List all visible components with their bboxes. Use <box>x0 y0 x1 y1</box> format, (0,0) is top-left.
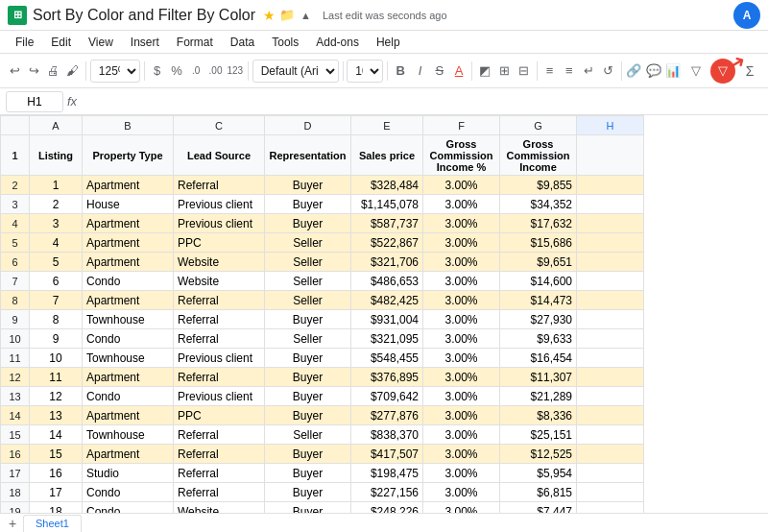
cell-lead-source[interactable]: Previous client <box>174 195 265 214</box>
cell-price[interactable]: $482,425 <box>351 291 423 310</box>
cell-price[interactable]: $548,455 <box>351 349 423 368</box>
cell-lead-source[interactable]: Referral <box>174 368 265 387</box>
cell-reference-input[interactable] <box>6 91 63 112</box>
cell-pct[interactable]: 3.00% <box>423 195 500 214</box>
cell-price[interactable]: $321,095 <box>351 329 423 349</box>
folder-icon[interactable]: 📁 <box>279 8 295 22</box>
cell-income[interactable]: $16,454 <box>500 349 577 368</box>
cell-income[interactable]: $21,289 <box>500 387 577 406</box>
add-sheet-button[interactable]: + <box>4 515 21 532</box>
cell-property-type[interactable]: Condo <box>83 502 174 514</box>
cell-lead-source[interactable]: Referral <box>174 464 265 483</box>
col-header-d[interactable]: D <box>265 116 351 135</box>
italic-button[interactable]: I <box>411 59 428 84</box>
rotate-button[interactable]: ↺ <box>599 59 616 84</box>
cell-lead-source[interactable]: Referral <box>174 483 265 502</box>
cell-property-type[interactable]: Condo <box>83 483 174 502</box>
cell-property-type[interactable]: Townhouse <box>83 425 174 445</box>
redo-button[interactable]: ↪ <box>25 59 42 84</box>
cell-income[interactable]: $11,307 <box>500 368 577 387</box>
cell-listing[interactable]: 5 <box>30 253 83 272</box>
cell-price[interactable]: $376,895 <box>351 368 423 387</box>
menu-format[interactable]: Format <box>169 34 221 51</box>
cell-representation[interactable]: Buyer <box>265 176 351 195</box>
cell-pct[interactable]: 3.00% <box>423 233 500 253</box>
cell-listing[interactable]: 7 <box>30 291 83 310</box>
cell-lead-source[interactable]: Referral <box>174 291 265 310</box>
merge-button[interactable]: ⊟ <box>515 59 532 84</box>
print-button[interactable]: 🖨 <box>45 59 62 84</box>
cell-income[interactable]: $14,473 <box>500 291 577 310</box>
cell-representation[interactable]: Buyer <box>265 464 351 483</box>
cell-income[interactable]: $9,651 <box>500 253 577 272</box>
cell-lead-source[interactable]: Previous client <box>174 214 265 233</box>
cell-listing[interactable]: 13 <box>30 406 83 425</box>
cell-price[interactable]: $417,507 <box>351 445 423 464</box>
cell-property-type[interactable]: Condo <box>83 329 174 349</box>
cell-income[interactable]: $15,686 <box>500 233 577 253</box>
cell-listing[interactable]: 3 <box>30 214 83 233</box>
menu-help[interactable]: Help <box>369 34 408 51</box>
cell-representation[interactable]: Seller <box>265 233 351 253</box>
account-button[interactable]: A <box>733 2 760 29</box>
menu-insert[interactable]: Insert <box>123 34 167 51</box>
cell-price[interactable]: $328,484 <box>351 176 423 195</box>
cell-price[interactable]: $522,867 <box>351 233 423 253</box>
cell-income[interactable]: $25,151 <box>500 425 577 445</box>
cell-listing[interactable]: 14 <box>30 425 83 445</box>
menu-data[interactable]: Data <box>223 34 262 51</box>
align-left-button[interactable]: ≡ <box>540 59 558 84</box>
cell-listing[interactable]: 11 <box>30 368 83 387</box>
menu-edit[interactable]: Edit <box>43 34 79 51</box>
cell-price[interactable]: $277,876 <box>351 406 423 425</box>
strikethrough-button[interactable]: S <box>431 59 448 84</box>
zoom-select[interactable]: 125% 100% 75% <box>90 60 140 83</box>
cell-pct[interactable]: 3.00% <box>423 483 500 502</box>
decimal-up-button[interactable]: .00 <box>206 59 224 84</box>
cell-representation[interactable]: Buyer <box>265 483 351 502</box>
cell-representation[interactable]: Seller <box>265 272 351 291</box>
tab-sheet1[interactable]: Sheet1 <box>23 515 82 532</box>
cell-income[interactable]: $9,855 <box>500 176 577 195</box>
format-123-button[interactable]: 123 <box>227 59 244 84</box>
cell-income[interactable]: $12,525 <box>500 445 577 464</box>
cell-listing[interactable]: 15 <box>30 445 83 464</box>
cell-listing[interactable]: 12 <box>30 387 83 406</box>
cell-price[interactable]: $838,370 <box>351 425 423 445</box>
cell-listing[interactable]: 8 <box>30 310 83 329</box>
fill-color-button[interactable]: ◩ <box>476 59 493 84</box>
cell-price[interactable]: $248,226 <box>351 502 423 514</box>
cell-representation[interactable]: Seller <box>265 291 351 310</box>
cell-property-type[interactable]: Apartment <box>83 368 174 387</box>
font-size-select[interactable]: 10 11 12 <box>347 60 383 83</box>
cell-representation[interactable]: Buyer <box>265 368 351 387</box>
cell-lead-source[interactable]: Website <box>174 253 265 272</box>
col-header-h[interactable]: H <box>577 116 644 135</box>
menu-view[interactable]: View <box>81 34 121 51</box>
comment-button[interactable]: 💬 <box>645 59 662 84</box>
drive-icon[interactable]: ▲ <box>300 10 311 21</box>
cell-listing[interactable]: 9 <box>30 329 83 349</box>
cell-pct[interactable]: 3.00% <box>423 176 500 195</box>
cell-price[interactable]: $227,156 <box>351 483 423 502</box>
cell-representation[interactable]: Seller <box>265 329 351 349</box>
cell-pct[interactable]: 3.00% <box>423 406 500 425</box>
decimal-down-button[interactable]: .0 <box>187 59 204 84</box>
cell-representation[interactable]: Buyer <box>265 502 351 514</box>
cell-listing[interactable]: 17 <box>30 483 83 502</box>
cell-price[interactable]: $198,475 <box>351 464 423 483</box>
link-button[interactable]: 🔗 <box>625 59 642 84</box>
borders-button[interactable]: ⊞ <box>495 59 513 84</box>
cell-listing[interactable]: 10 <box>30 349 83 368</box>
cell-representation[interactable]: Seller <box>265 425 351 445</box>
filter-color-button[interactable]: ▽ ➜ <box>710 59 735 84</box>
cell-pct[interactable]: 3.00% <box>423 310 500 329</box>
menu-addons[interactable]: Add-ons <box>308 34 367 51</box>
cell-income[interactable]: $6,815 <box>500 483 577 502</box>
cell-price[interactable]: $709,642 <box>351 387 423 406</box>
col-header-a[interactable]: A <box>30 116 83 135</box>
cell-property-type[interactable]: Apartment <box>83 291 174 310</box>
cell-property-type[interactable]: House <box>83 195 174 214</box>
currency-button[interactable]: $ <box>149 59 166 84</box>
cell-representation[interactable]: Buyer <box>265 214 351 233</box>
